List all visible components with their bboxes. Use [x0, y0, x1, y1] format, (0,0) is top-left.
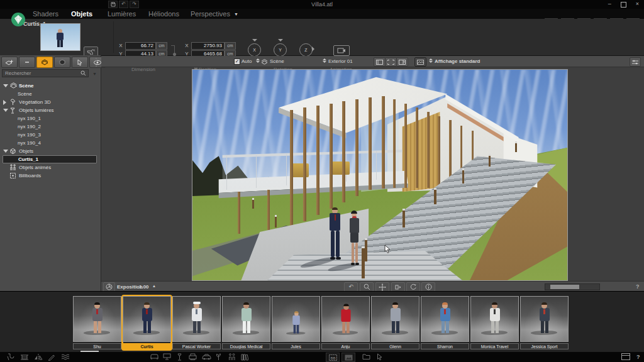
render-viewport[interactable]	[192, 69, 568, 281]
display-select-arrows-icon[interactable]	[428, 58, 433, 63]
search-filter-caret-icon[interactable]: ▼	[92, 72, 97, 76]
rotation-y-dial[interactable]: Y	[274, 43, 287, 57]
artlantis-window: ↶ ↷ Villa4.atl – × Shaders Objets Lumièr…	[0, 0, 644, 362]
close-button[interactable]: ×	[636, 1, 639, 8]
zoom-tool-button[interactable]	[360, 282, 374, 292]
mouse-cursor	[384, 244, 391, 253]
viewport-layout-split-button[interactable]	[396, 57, 408, 67]
catalog-item-jules[interactable]: Jules	[272, 296, 320, 349]
viewport-settings-button[interactable]	[630, 57, 641, 67]
maximize-button[interactable]	[621, 2, 626, 8]
walk-tool-button[interactable]	[391, 282, 405, 292]
rotation-z-dial[interactable]: Z	[299, 43, 313, 57]
tree-item-objets-animes[interactable]: Objets animés	[0, 163, 99, 172]
tree-item-scene[interactable]: Scène	[0, 82, 99, 90]
render-bollard	[489, 154, 491, 167]
rotation-x-dial[interactable]: X	[248, 43, 261, 57]
catalog-item-label: Glenn	[371, 343, 419, 349]
select-tool-button[interactable]	[72, 57, 88, 68]
folder-icon[interactable]	[362, 353, 370, 360]
render-chair	[331, 162, 350, 175]
tab-objets[interactable]: Objets	[71, 10, 92, 18]
catalog-item-anju[interactable]: Anju	[321, 296, 370, 349]
scene-select[interactable]: Scène	[270, 58, 284, 64]
panel-icon[interactable]	[621, 353, 630, 360]
catalog-item-douglas-medical[interactable]: Douglas Medical	[222, 296, 270, 349]
viewport-layout-single-button[interactable]	[374, 57, 386, 67]
refresh-button[interactable]	[406, 282, 420, 292]
media-category-button[interactable]	[341, 353, 355, 362]
object-inspector: Curtis_1 ? X Y Z 66.72 44.13 185.00 cm c…	[0, 19, 644, 57]
layers-button[interactable]	[36, 57, 53, 68]
tree-item-objets[interactable]: Objets	[0, 147, 99, 155]
remove-layer-button[interactable]	[19, 57, 35, 68]
sofa-icon[interactable]	[150, 353, 159, 360]
minimize-button[interactable]: –	[608, 1, 611, 8]
layers-icon	[261, 59, 269, 65]
mirror-icon[interactable]	[34, 353, 43, 361]
billboards-category-button[interactable]: BB	[326, 353, 340, 362]
scrollbar-thumb[interactable]	[550, 285, 579, 289]
tree-item-vegetation[interactable]: Végétation 3D	[0, 98, 99, 106]
tab-shaders[interactable]: Shaders	[33, 10, 58, 18]
camera-select[interactable]: Exterior 01	[328, 58, 353, 64]
floorlamp-icon[interactable]	[176, 353, 183, 361]
screen-icon[interactable]	[163, 353, 171, 360]
animation-button[interactable]	[333, 45, 350, 56]
taskbar-help-link[interactable]: ?	[636, 354, 640, 360]
tree-item-nyx-190-2[interactable]: nyx 190_2	[0, 123, 99, 131]
search-input[interactable]	[2, 69, 89, 77]
exposition-value[interactable]: 1.00	[139, 284, 149, 290]
catalog-item-curtis[interactable]: Curtis	[123, 296, 171, 349]
add-layer-button[interactable]	[1, 57, 18, 68]
display-select[interactable]: Affichage standard	[435, 58, 480, 64]
pan-tool-button[interactable]	[375, 282, 389, 292]
viewport-display-mode-button[interactable]	[414, 57, 426, 67]
catalog-item-label: Pascal Worker	[172, 343, 221, 349]
catalog-item-pascal-worker[interactable]: Pascal Worker	[172, 296, 221, 349]
exposition-stepper-icon[interactable]: ▲	[152, 284, 156, 288]
trolley-icon[interactable]	[20, 353, 29, 361]
cursor-icon[interactable]	[377, 353, 383, 361]
auto-label: Auto	[242, 58, 252, 64]
pos-x-input[interactable]: 2750.93	[191, 42, 225, 50]
catalog-item-monica-travel[interactable]: Monica Travel	[470, 296, 519, 349]
tree-item-nyx-190-1[interactable]: nyx 190_1	[0, 114, 99, 123]
car-icon[interactable]	[202, 353, 211, 360]
hook-icon[interactable]	[6, 353, 14, 361]
viewport-hscrollbar[interactable]	[545, 283, 600, 290]
catalog-item-glenn[interactable]: Glenn	[371, 296, 419, 349]
tab-heliodons[interactable]: Héliodons	[148, 10, 179, 18]
viewport-statusbar: Exposition 1.00 ▲ ↶ ?	[101, 281, 644, 292]
printer-icon[interactable]	[189, 353, 197, 360]
tree-item-billboards[interactable]: Billboards	[0, 172, 99, 180]
exposure-settings-button[interactable]	[103, 282, 115, 292]
tree-item-objets-lumieres[interactable]: Objets lumières	[0, 106, 99, 114]
catalog-item-sharron[interactable]: Sharron	[421, 296, 469, 349]
tree-item-scene-child[interactable]: Scène	[0, 90, 99, 98]
catalog-item-jessica-sport[interactable]: Jessica Sport	[520, 296, 569, 349]
auto-checkbox[interactable]: ✓	[234, 58, 240, 65]
scene-select-arrows-icon[interactable]	[255, 58, 260, 63]
tree-item-nyx-190-4[interactable]: nyx 190_4	[0, 139, 99, 147]
catalog-item-label: Curtis	[123, 343, 171, 349]
waves-icon[interactable]	[61, 353, 70, 361]
dim-x-input[interactable]: 66.72	[125, 42, 156, 50]
tab-perspectives[interactable]: Perspectives▼	[191, 10, 238, 18]
viewport-help-link[interactable]: ?	[636, 283, 640, 290]
people-icon[interactable]	[228, 353, 236, 361]
info-button[interactable]	[421, 282, 435, 292]
viewport-layout-expand-button[interactable]	[385, 57, 397, 67]
undo-view-button[interactable]: ↶	[344, 282, 358, 292]
books-icon[interactable]	[241, 353, 248, 361]
pen-icon[interactable]	[48, 353, 55, 361]
plant-icon[interactable]	[215, 353, 222, 361]
tab-lumieres[interactable]: Lumières	[108, 10, 136, 18]
tree-item-curtis-1[interactable]: Curtis_1	[3, 155, 97, 163]
panel-grip[interactable]	[96, 58, 97, 67]
tree-item-nyx-190-3[interactable]: nyx 190_3	[0, 131, 99, 139]
camera-select-arrows-icon[interactable]	[322, 58, 326, 63]
catalog-item-shu[interactable]: Shu	[73, 296, 121, 349]
solid-view-button[interactable]	[54, 57, 70, 68]
render-bollard	[402, 209, 405, 228]
